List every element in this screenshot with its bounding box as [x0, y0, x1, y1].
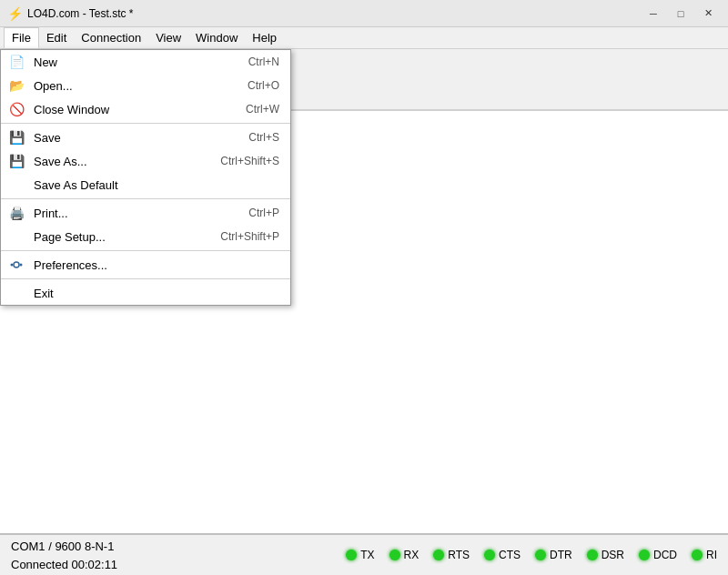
svg-point-16 — [20, 264, 23, 267]
preferences-label: Preferences... — [34, 258, 107, 272]
dtr-indicator: DTR — [535, 549, 572, 561]
dsr-led — [587, 550, 598, 560]
file-dropdown-menu: 📄 New Ctrl+N 📂 Open... Ctrl+O 🚫 Close Wi… — [0, 49, 291, 306]
new-icon: 📄 — [8, 54, 25, 70]
print-label: Print... — [34, 207, 68, 220]
window-controls: ─ □ ✕ — [641, 5, 721, 23]
tx-label: TX — [360, 549, 374, 561]
status-left: COM1 / 9600 8-N-1 Connected 00:02:11 — [11, 537, 346, 573]
app-window: ⚡ LO4D.com - Test.stc * ─ □ ✕ File Edit … — [0, 0, 728, 575]
minimize-button[interactable]: ─ — [641, 5, 666, 23]
connection-time: Connected 00:02:11 — [11, 558, 117, 571]
ri-indicator: RI — [692, 549, 717, 561]
print-shortcut: Ctrl+P — [248, 207, 279, 219]
dcd-label: DCD — [653, 549, 677, 561]
menu-item-close-window[interactable]: 🚫 Close Window Ctrl+W — [1, 97, 290, 121]
dtr-label: DTR — [550, 549, 572, 561]
open-icon: 📂 — [8, 77, 25, 94]
menu-view[interactable]: View — [148, 27, 188, 48]
menu-file[interactable]: File — [4, 27, 39, 48]
open-label: Open... — [34, 79, 73, 93]
page-setup-shortcut: Ctrl+Shift+P — [220, 230, 279, 243]
ri-led — [692, 550, 703, 560]
menu-item-open[interactable]: 📂 Open... Ctrl+O — [1, 74, 290, 97]
menu-item-page-setup[interactable]: Page Setup... Ctrl+Shift+P — [1, 225, 290, 248]
menu-item-print[interactable]: 🖨️ Print... Ctrl+P — [1, 201, 290, 225]
close-window-shortcut: Ctrl+W — [246, 103, 279, 116]
rx-led — [389, 550, 400, 560]
status-line-1: COM1 / 9600 8-N-1 — [11, 537, 346, 555]
save-icon: 💾 — [8, 129, 25, 146]
dcd-led — [639, 550, 650, 560]
cts-led — [484, 550, 495, 560]
print-icon: 🖨️ — [8, 205, 25, 221]
save-as-icon: 💾 — [8, 153, 25, 169]
menu-item-save-as[interactable]: 💾 Save As... Ctrl+Shift+S — [1, 149, 290, 173]
exit-label: Exit — [34, 287, 54, 300]
save-as-label: Save As... — [34, 155, 87, 168]
save-shortcut: Ctrl+S — [248, 131, 279, 144]
cts-label: CTS — [499, 549, 521, 561]
separator-1 — [1, 123, 290, 124]
page-setup-label: Page Setup... — [34, 230, 106, 244]
rx-label: RX — [404, 549, 420, 561]
dtr-led — [535, 550, 546, 560]
dsr-indicator: DSR — [587, 549, 624, 561]
menu-item-new[interactable]: 📄 New Ctrl+N — [1, 50, 290, 74]
menu-item-preferences[interactable]: Preferences... — [1, 253, 290, 277]
open-shortcut: Ctrl+O — [248, 79, 279, 92]
separator-4 — [1, 278, 290, 279]
title-bar: ⚡ LO4D.com - Test.stc * ─ □ ✕ — [0, 0, 728, 27]
save-default-label: Save As Default — [34, 178, 118, 192]
close-button[interactable]: ✕ — [695, 5, 721, 23]
menu-item-save-default[interactable]: Save As Default — [1, 173, 290, 197]
save-label: Save — [34, 131, 61, 145]
maximize-button[interactable]: □ — [668, 5, 693, 23]
dcd-indicator: DCD — [639, 549, 677, 561]
rts-label: RTS — [448, 549, 470, 561]
svg-point-15 — [11, 264, 14, 267]
status-line-2: Connected 00:02:11 — [11, 555, 346, 573]
tx-led — [346, 550, 357, 560]
new-label: New — [34, 55, 57, 69]
menu-connection[interactable]: Connection — [74, 27, 148, 48]
svg-point-14 — [14, 262, 19, 267]
close-window-icon: 🚫 — [8, 101, 25, 117]
dsr-label: DSR — [602, 549, 624, 561]
status-bar: COM1 / 9600 8-N-1 Connected 00:02:11 TX … — [0, 533, 728, 575]
menu-bar: File Edit Connection View Window Help — [0, 27, 728, 49]
save-as-shortcut: Ctrl+Shift+S — [220, 155, 279, 167]
close-window-label: Close Window — [34, 103, 109, 116]
ri-label: RI — [706, 549, 717, 561]
status-right: TX RX RTS CTS DTR DSR — [346, 549, 717, 561]
menu-edit[interactable]: Edit — [39, 27, 74, 48]
menu-item-exit[interactable]: Exit — [1, 281, 290, 305]
separator-2 — [1, 198, 290, 199]
new-shortcut: Ctrl+N — [248, 55, 279, 68]
cts-indicator: CTS — [484, 549, 521, 561]
rts-indicator: RTS — [433, 549, 470, 561]
preferences-icon — [8, 257, 25, 273]
window-title: LO4D.com - Test.stc * — [27, 7, 641, 20]
com-port-info: COM1 / 9600 8-N-1 — [11, 540, 114, 553]
app-icon: ⚡ — [7, 6, 22, 21]
rx-indicator: RX — [389, 549, 420, 561]
menu-window[interactable]: Window — [188, 27, 245, 48]
menu-help[interactable]: Help — [245, 27, 284, 48]
menu-item-save[interactable]: 💾 Save Ctrl+S — [1, 126, 290, 149]
tx-indicator: TX — [346, 549, 374, 561]
separator-3 — [1, 250, 290, 251]
rts-led — [433, 550, 444, 560]
